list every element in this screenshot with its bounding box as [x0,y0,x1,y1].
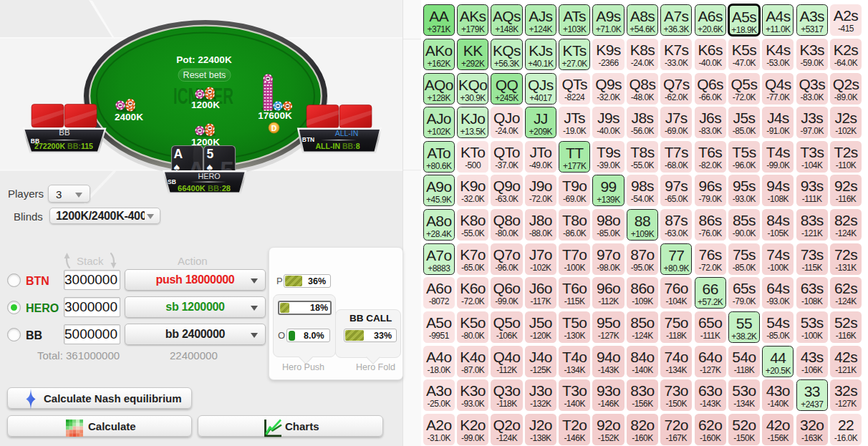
svg-text:5: 5 [207,147,214,161]
svg-text:272200K BB:115: 272200K BB:115 [34,142,94,150]
svg-text:BB: BB [59,128,70,137]
svg-text:Pot: 22400K: Pot: 22400K [176,54,232,65]
svg-text:D: D [271,124,277,132]
svg-text:66400K BB:28: 66400K BB:28 [178,184,231,193]
svg-text:ALL-IN: ALL-IN [335,129,359,137]
svg-text:SB: SB [168,178,176,185]
svg-text:HERO: HERO [198,172,221,180]
svg-text:1200K: 1200K [191,100,220,110]
svg-text:ALL-IN BB:8: ALL-IN BB:8 [316,142,361,150]
svg-text:Reset bets: Reset bets [183,70,226,80]
svg-text:1200K: 1200K [191,137,220,147]
svg-text:17600K: 17600K [258,110,292,121]
svg-text:2400K: 2400K [115,112,143,122]
svg-text:A: A [174,147,183,161]
svg-text:BTN: BTN [302,136,314,143]
